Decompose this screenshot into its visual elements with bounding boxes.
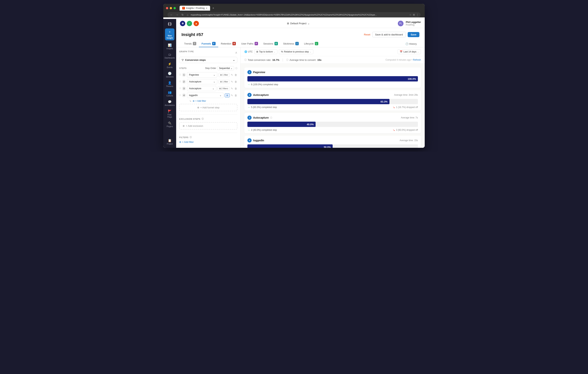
step-2-filter-button[interactable]: ⊞ 1 filter <box>218 80 230 84</box>
refresh-link[interactable]: Refresh <box>413 59 421 61</box>
save-button[interactable]: Save <box>408 32 420 37</box>
computed-text: Computed 4 minutes ago • Refresh <box>386 59 421 61</box>
step-4-delete-button[interactable]: 🗑 <box>234 94 237 97</box>
step-3-actions: ⊞ 2 filters ✎ 🗑 <box>218 86 237 91</box>
plus-circle-icon: ⊕ <box>197 106 199 109</box>
step-2-drag-handle[interactable]: ⠿ <box>179 80 181 83</box>
add-funnel-step-button[interactable]: ⊕ + Add funnel step <box>179 104 237 111</box>
reset-button[interactable]: Reset <box>364 33 370 36</box>
step-1-delete-button[interactable]: 🗑 <box>234 73 237 77</box>
new-insight-button[interactable]: ＋ New Insight <box>165 28 174 40</box>
date-range-button[interactable]: 📅 Last 14 days ⌄ <box>398 49 421 54</box>
comparison-button[interactable]: % Relative to previous step ⌄ <box>279 49 313 54</box>
tab-funnels[interactable]: Funnels F <box>199 40 218 47</box>
step-3-filter-button[interactable]: ⊞ 2 filters <box>218 86 230 91</box>
step-4-select[interactable]: loggedIn ⌄ <box>187 93 223 98</box>
step-3-select[interactable]: Autocapture ⌄ <box>187 86 216 91</box>
exclusion-info-icon[interactable]: ⓘ <box>201 118 204 120</box>
chevron-down-icon: ⌄ <box>220 94 221 97</box>
action-button-1[interactable]: ⊕ <box>180 21 185 26</box>
sidebar-item-cohorts[interactable]: 👥 Cohorts <box>165 89 175 98</box>
collapse-panel-button[interactable]: ∧ <box>235 51 237 54</box>
step-4-edit-button[interactable]: ✎ <box>231 94 233 97</box>
sidebar-item-dashboards[interactable]: 🗂 Dashboards <box>165 51 175 60</box>
funnel-step-name-3: Autocapture <box>253 116 269 119</box>
avg-time-label: Average time to convert: <box>290 59 316 61</box>
posthog-logo-icon: ⟪⟫ <box>168 21 172 26</box>
filters-info-icon[interactable]: ⓘ <box>190 136 192 139</box>
refresh-button[interactable]: ↻ <box>181 13 185 17</box>
browser-tab[interactable]: P Insights • PostHog ✕ <box>179 6 210 11</box>
menu-icon[interactable]: ⋮ <box>416 13 419 16</box>
action-button-2[interactable]: ✓ <box>187 21 192 26</box>
sidebar-item-events[interactable]: ⚡ Events <box>165 61 175 70</box>
step-3-drag-handle[interactable]: ⠿ <box>179 87 181 90</box>
user-avatar[interactable]: PL <box>398 21 403 26</box>
step-info-icon[interactable]: ⓘ <box>270 116 272 119</box>
step-1-select[interactable]: Pageview ⌄ <box>187 72 217 77</box>
close-traffic-light[interactable] <box>166 7 168 9</box>
step-4-filter-button[interactable]: ⊞ <box>225 93 230 97</box>
completed-arrow-icon: → <box>247 106 250 109</box>
tab-lifecycle[interactable]: Lifecycle L <box>301 40 321 47</box>
tab-user-paths[interactable]: User Paths P <box>239 40 261 47</box>
direction-button[interactable]: ⊞ Top to bottom ⌄ <box>254 49 278 54</box>
sidebar-item-insights[interactable]: 📊 Insights <box>165 42 175 51</box>
tab-trends[interactable]: Trends T <box>181 40 199 47</box>
tab-sessions-label: Sessions <box>263 42 273 45</box>
steps-label: STEPS <box>179 67 187 69</box>
home-button[interactable]: ⌂ <box>186 13 189 17</box>
add-filter-button[interactable]: ⊕ + Add filter <box>179 140 237 143</box>
step-4-add-filter-link[interactable]: ⊕ + Add filter <box>193 100 206 102</box>
tab-close-button[interactable]: ✕ <box>206 7 207 10</box>
project-icon: 📋 <box>168 139 172 142</box>
bookmark-icon[interactable]: ☆ <box>409 13 411 16</box>
tab-stickiness[interactable]: Stickiness I <box>281 40 302 47</box>
funnel-bar-4: 50.0% <box>247 144 333 148</box>
new-tab-button[interactable]: + <box>211 6 216 11</box>
step-1-drag-handle[interactable]: ⠿ <box>179 74 181 76</box>
step-1-filter-button[interactable]: ⊞ 1 filter <box>218 73 230 77</box>
maximize-traffic-light[interactable] <box>174 7 176 9</box>
step-1-edit-button[interactable]: ✎ <box>231 73 233 77</box>
funnel-step-card-1: 1 Pageview 100.0% → 6 (100.0%) completed… <box>244 67 421 88</box>
sidebar-item-feat-flags[interactable]: 🚩 Feat. Flags <box>165 108 175 119</box>
step-2-delete-button[interactable]: 🗑 <box>234 80 237 84</box>
address-bar: ← → ↻ ⌂ myposthog.com/insights?insight=F… <box>168 12 420 17</box>
step-2-edit-button[interactable]: ✎ <box>231 80 233 84</box>
chevron-down-icon: ⌄ <box>213 74 215 76</box>
sidebar-item-project[interactable]: 📋 Project <box>165 137 175 146</box>
sidebar-item-sessions[interactable]: 🕐 Sessions <box>165 70 175 79</box>
action-button-3[interactable]: ▲ <box>194 21 199 26</box>
tab-title: Insights • PostHog <box>186 7 205 10</box>
sidebar-item-plugins[interactable]: 🔌 Plugins <box>165 120 175 129</box>
tab-stickiness-label: Stickiness <box>283 42 294 45</box>
step-4-drag-handle[interactable]: ⠿ <box>179 94 181 97</box>
tab-sessions[interactable]: Sessions O <box>261 40 281 47</box>
back-button[interactable]: ← <box>169 13 174 17</box>
forward-button[interactable]: → <box>175 13 179 17</box>
step-order-info-icon[interactable]: ⓘ <box>235 67 237 70</box>
tab-retention[interactable]: Retention R <box>218 40 239 47</box>
graph-type-selector[interactable]: ▽ Conversion steps ⌄ <box>179 57 237 63</box>
funnel-icon: ▽ <box>182 59 184 61</box>
left-panel: GRAPH TYPE ∧ ▽ Conversion steps ⌄ STEPS <box>176 47 241 148</box>
url-display[interactable]: myposthog.com/insights?insight=FUNNELS&d… <box>190 14 408 16</box>
tab-user-paths-badge: P <box>255 42 258 45</box>
step-2-select[interactable]: Autocapture ⌄ <box>187 79 217 84</box>
step-order-select[interactable]: Sequential ⌄ <box>217 66 234 70</box>
step-3-edit-button[interactable]: ✎ <box>231 87 233 90</box>
project-selector[interactable]: ⊞ Default Project ⌄ <box>285 21 311 26</box>
minimize-traffic-light[interactable] <box>170 7 172 9</box>
step-3-delete-button[interactable]: 🗑 <box>234 87 237 90</box>
add-exclusion-button[interactable]: ⊕ + Add exclusion <box>179 122 237 129</box>
graph-type-header: GRAPH TYPE <box>179 50 194 53</box>
tab-history[interactable]: 🕐 History <box>403 41 420 47</box>
sidebar-item-annotations[interactable]: 💬 Annotations <box>165 98 175 108</box>
plus-circle-icon: ⊕ <box>183 125 185 127</box>
exclusion-section: EXCLUSION STEPS ⓘ ⊕ + Add exclusion <box>179 118 237 129</box>
extensions-icon[interactable]: ⊞ <box>413 13 415 16</box>
funnel-step-name-row-3: 3 Autocapture ⓘ <box>247 116 272 120</box>
sidebar-item-persons[interactable]: 👤 Persons <box>165 80 175 89</box>
save-dashboard-button[interactable]: Save & add to dashboard <box>372 32 406 37</box>
